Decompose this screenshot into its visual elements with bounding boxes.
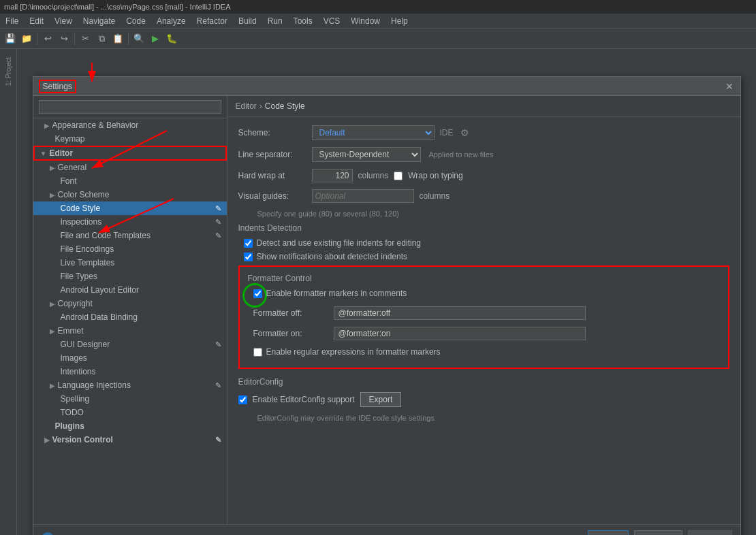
arrow-icon: ▶ <box>50 191 55 199</box>
editorconfig-note: EditorConfig may override the IDE code s… <box>238 414 729 422</box>
sidebar-item-label: Spelling <box>61 394 90 404</box>
formatter-enable-checkbox[interactable] <box>253 289 262 298</box>
breadcrumb-editor: Editor <box>236 101 257 111</box>
sidebar-item-language-injections[interactable]: ▶ Language Injections ✎ <box>33 378 227 392</box>
menu-run[interactable]: Run <box>262 15 288 27</box>
toolbar-redo[interactable]: ↪ <box>57 31 72 46</box>
sidebar-item-color-scheme[interactable]: ▶ Color Scheme <box>33 188 227 201</box>
sidebar-item-emmet[interactable]: ▶ Emmet <box>33 324 227 338</box>
help-button[interactable]: i <box>42 532 54 535</box>
menu-window[interactable]: Window <box>345 15 385 27</box>
sidebar-item-keymap[interactable]: Keymap <box>33 132 227 146</box>
search-box <box>33 96 227 118</box>
arrow-icon: ▼ <box>40 150 47 157</box>
menu-bar: File Edit View Navigate Code Analyze Ref… <box>0 14 756 29</box>
apply-button[interactable]: Apply <box>688 530 731 535</box>
arrow-icon: ▶ <box>44 436 50 444</box>
toolbar-cut[interactable]: ✂ <box>78 31 93 46</box>
notify-indents-checkbox[interactable] <box>244 253 253 261</box>
sidebar-item-file-types[interactable]: File Types <box>33 270 227 283</box>
menu-view[interactable]: View <box>49 15 78 27</box>
menu-help[interactable]: Help <box>385 15 413 27</box>
sidebar-item-label: Editor <box>49 148 73 158</box>
sidebar-item-label: TODO <box>61 408 84 417</box>
ok-button[interactable]: OK <box>588 530 629 535</box>
settings-search-input[interactable] <box>39 100 221 114</box>
gear-button[interactable]: ⚙ <box>459 126 471 140</box>
formatter-on-input[interactable] <box>334 327 586 340</box>
sidebar-item-file-encodings[interactable]: File Encodings <box>33 242 227 256</box>
line-separator-row: Line separator: System-Dependent Applied… <box>238 147 729 162</box>
sidebar-item-spelling[interactable]: Spelling <box>33 392 227 406</box>
menu-file[interactable]: File <box>0 15 24 27</box>
toolbar-paste[interactable]: 📋 <box>110 31 125 46</box>
sidebar-item-label: File and Code Templates <box>61 231 151 240</box>
sidebar-item-label: Copyright <box>58 299 93 308</box>
menu-tools[interactable]: Tools <box>288 15 318 27</box>
menu-vcs[interactable]: VCS <box>318 15 346 27</box>
sidebar-item-code-style[interactable]: Code Style ✎ <box>33 201 227 215</box>
menu-navigate[interactable]: Navigate <box>78 15 121 27</box>
left-panel: 1: Project <box>0 49 17 535</box>
formatter-off-input[interactable] <box>334 306 586 320</box>
editorconfig-box: EditorConfig Enable EditorConfig support… <box>238 377 729 422</box>
export-button[interactable]: Export <box>360 392 402 407</box>
menu-edit[interactable]: Edit <box>24 15 49 27</box>
edit-icon: ✎ <box>215 436 221 444</box>
main-area: 1: Project Settings ✕ <box>0 49 756 535</box>
sidebar-item-editor[interactable]: ▼ Editor <box>33 146 227 161</box>
menu-code[interactable]: Code <box>121 15 151 27</box>
detect-indents-checkbox[interactable] <box>244 239 253 248</box>
editorconfig-check-row: Enable EditorConfig support Export <box>238 392 729 407</box>
visual-guides-row: Visual guides: columns <box>238 189 729 203</box>
toolbar-undo[interactable]: ↩ <box>40 31 55 46</box>
hard-wrap-label: Hard wrap at <box>238 171 306 180</box>
sidebar-item-appearance[interactable]: ▶ Appearance & Behavior <box>33 118 227 132</box>
sidebar-item-copyright[interactable]: ▶ Copyright <box>33 297 227 310</box>
scheme-select[interactable]: Default <box>312 125 435 140</box>
cancel-button[interactable]: Cancel <box>634 530 682 535</box>
formatter-enable-row: Enable formatter markers in comments <box>248 289 407 298</box>
menu-build[interactable]: Build <box>233 15 262 27</box>
sidebar-item-inspections[interactable]: Inspections ✎ <box>33 215 227 229</box>
formatter-regex-checkbox[interactable] <box>253 348 262 357</box>
sidebar-item-label: Color Scheme <box>58 190 110 199</box>
visual-guides-hint: Specify one guide (80) or several (80, 1… <box>238 210 729 218</box>
tree-panel: ▶ Appearance & Behavior Keymap ▼ Editor <box>33 96 227 524</box>
toolbar-save[interactable]: 💾 <box>3 31 18 46</box>
sidebar-item-android-data[interactable]: Android Data Binding <box>33 310 227 324</box>
scheme-ide-label: IDE <box>440 128 454 137</box>
line-sep-select[interactable]: System-Dependent <box>312 147 421 162</box>
toolbar-debug[interactable]: 🐛 <box>164 31 179 46</box>
sidebar-item-file-code-templates[interactable]: File and Code Templates ✎ <box>33 229 227 242</box>
sidebar-item-images[interactable]: Images <box>33 351 227 365</box>
sidebar-item-font[interactable]: Font <box>33 174 227 188</box>
sidebar-item-todo[interactable]: TODO <box>33 406 227 419</box>
sidebar-item-label: GUI Designer <box>61 340 110 349</box>
formatter-on-row: Formatter on: <box>248 327 720 340</box>
toolbar-run[interactable]: ▶ <box>148 31 163 46</box>
wrap-on-typing-checkbox[interactable] <box>394 172 403 180</box>
sidebar-item-android-layout[interactable]: Android Layout Editor <box>33 283 227 297</box>
breadcrumb: Editor › Code Style <box>227 96 740 117</box>
visual-guides-input[interactable] <box>312 189 414 203</box>
sidebar-item-live-templates[interactable]: Live Templates <box>33 256 227 270</box>
sidebar-item-plugins[interactable]: Plugins <box>33 419 227 433</box>
editorconfig-checkbox[interactable] <box>238 395 247 404</box>
menu-refactor[interactable]: Refactor <box>191 15 233 27</box>
hard-wrap-input[interactable] <box>312 169 353 182</box>
sidebar-item-version-control[interactable]: ▶ Version Control ✎ <box>33 433 227 447</box>
toolbar-open[interactable]: 📁 <box>19 31 34 46</box>
formatter-control-box: Formatter Control Enable formatter marke… <box>238 265 729 369</box>
toolbar-copy[interactable]: ⧉ <box>94 31 109 46</box>
sidebar-item-intentions[interactable]: Intentions <box>33 365 227 378</box>
menu-analyze[interactable]: Analyze <box>151 15 191 27</box>
dialog-close-button[interactable]: ✕ <box>724 81 735 92</box>
app-title: mall [D:\imooc\project\mall] - ...\css\m… <box>4 3 231 11</box>
sidebar-item-gui-designer[interactable]: GUI Designer ✎ <box>33 338 227 351</box>
edit-icon: ✎ <box>215 231 221 240</box>
detect-indents-label: Detect and use existing file indents for… <box>257 238 421 248</box>
sidebar-item-general[interactable]: ▶ General <box>33 161 227 174</box>
toolbar-find[interactable]: 🔍 <box>131 31 146 46</box>
content-panel: Editor › Code Style Scheme: Default <box>227 96 740 524</box>
